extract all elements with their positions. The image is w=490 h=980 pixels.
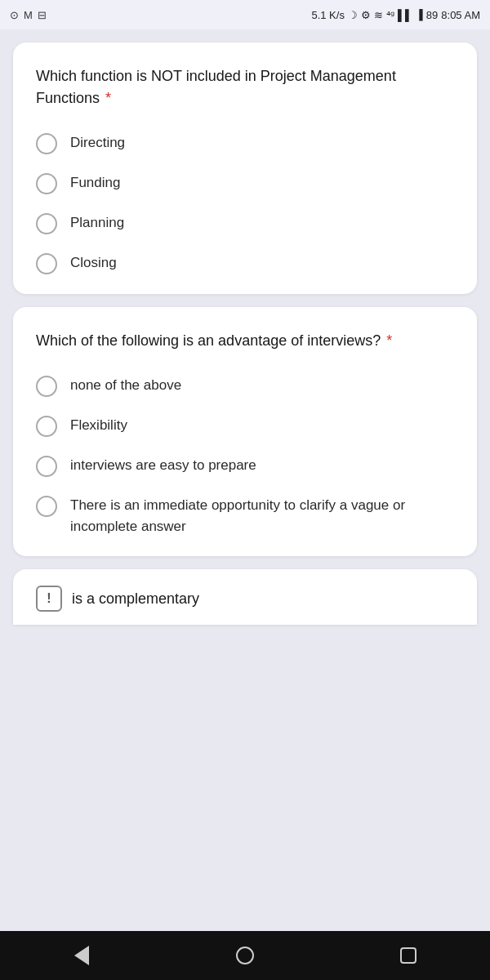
option-q1-d-label: Closing <box>70 252 117 274</box>
option-q1-b-label: Funding <box>70 172 120 194</box>
partial-card-text: is a complementary <box>72 590 199 608</box>
wifi-icon: ≋ <box>374 9 383 21</box>
network-speed: 5.1 K/s <box>311 9 344 21</box>
moon-icon: ☽ <box>348 9 358 21</box>
recents-icon <box>400 947 416 964</box>
status-bar: ⊙ M ⊟ 5.1 K/s ☽ ⚙ ≋ ⁴ᵍ ▌▌ ▐ 89 8:05 AM <box>0 0 490 29</box>
option-q2-b-label: Flexibility <box>70 415 127 436</box>
option-q2-c-label: interviews are easy to prepare <box>70 455 256 476</box>
recents-button[interactable] <box>388 935 429 976</box>
option-q1-c-label: Planning <box>70 212 124 234</box>
question-1-text: Which function is NOT included in Projec… <box>36 65 454 109</box>
battery-level: 89 <box>426 9 438 21</box>
question-card-1: Which function is NOT included in Projec… <box>13 42 477 294</box>
option-q2-a-label: none of the above <box>70 375 181 396</box>
required-star-2: * <box>382 332 392 349</box>
home-icon <box>236 947 254 964</box>
radio-q1-b[interactable] <box>36 173 57 194</box>
option-q1-b[interactable]: Funding <box>36 172 454 194</box>
option-q2-d[interactable]: There is an immediate opportunity to cla… <box>36 495 454 537</box>
question-2-text: Which of the following is an advantage o… <box>36 330 454 352</box>
option-q1-d[interactable]: Closing <box>36 252 454 274</box>
time-display: 8:05 AM <box>441 9 480 21</box>
required-star-1: * <box>101 90 111 106</box>
screen-icon: ⊙ <box>10 9 19 21</box>
question-1-options: Directing Funding Planning Closing <box>36 132 454 274</box>
home-button[interactable] <box>225 935 265 976</box>
signal-bars: ▌▌ <box>398 9 412 21</box>
radio-q1-a[interactable] <box>36 133 57 154</box>
signal-icon: ⁴ᵍ <box>386 9 394 21</box>
option-q2-b[interactable]: Flexibility <box>36 415 454 437</box>
question-2-options: none of the above Flexibility interviews… <box>36 375 454 537</box>
exclamation-icon: ! <box>47 591 51 606</box>
status-right: 5.1 K/s ☽ ⚙ ≋ ⁴ᵍ ▌▌ ▐ 89 8:05 AM <box>311 9 480 21</box>
radio-q1-d[interactable] <box>36 253 57 274</box>
back-icon <box>74 946 89 965</box>
radio-q2-b[interactable] <box>36 416 57 437</box>
radio-q1-c[interactable] <box>36 213 57 234</box>
status-icons: ⊙ M ⊟ <box>10 9 47 21</box>
option-q1-a[interactable]: Directing <box>36 132 454 154</box>
settings-icon: ⚙ <box>361 9 371 21</box>
radio-q2-d[interactable] <box>36 496 57 517</box>
radio-q2-a[interactable] <box>36 376 57 397</box>
option-q2-d-label: There is an immediate opportunity to cla… <box>70 495 454 537</box>
image-icon: ⊟ <box>38 9 47 21</box>
option-q2-a[interactable]: none of the above <box>36 375 454 397</box>
option-q1-c[interactable]: Planning <box>36 212 454 234</box>
radio-q2-c[interactable] <box>36 456 57 477</box>
partial-card: ! is a complementary <box>13 569 477 625</box>
alert-icon: ! <box>36 586 62 612</box>
option-q1-a-label: Directing <box>70 132 125 154</box>
question-card-2: Which of the following is an advantage o… <box>13 307 477 556</box>
option-q2-c[interactable]: interviews are easy to prepare <box>36 455 454 477</box>
navigation-bar <box>0 931 490 980</box>
back-button[interactable] <box>61 935 102 976</box>
scroll-area: Which function is NOT included in Projec… <box>0 29 490 931</box>
battery-icon: ▐ <box>416 9 423 20</box>
message-icon: M <box>24 9 33 21</box>
